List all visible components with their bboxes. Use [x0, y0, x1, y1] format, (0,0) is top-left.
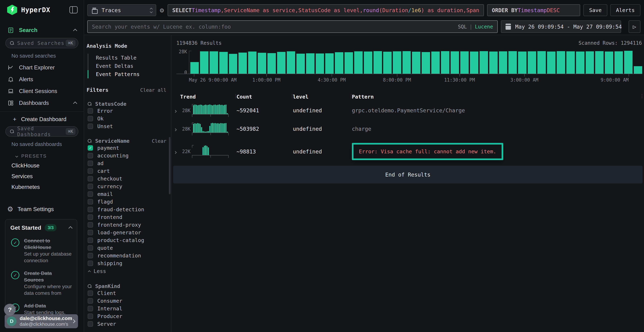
create-dashboard-button[interactable]: + Create Dashboard [0, 112, 84, 124]
filter-option[interactable]: frontend-proxy [86, 221, 168, 228]
checkbox[interactable]: ✓ [88, 145, 93, 150]
filter-option[interactable]: ad [86, 160, 168, 167]
column-header-pattern[interactable]: Pattern [352, 94, 644, 100]
column-drag-handle-icon[interactable]: ⋮ [234, 94, 238, 99]
saved-searches-input[interactable]: Saved Searches ⌘K [5, 38, 78, 48]
sql-select-editor[interactable]: SELECT Timestamp, ServiceName as service… [168, 4, 484, 16]
user-menu[interactable]: D dale@clickhouse.com dale@clickhouse.co… [5, 314, 78, 328]
column-header-trend[interactable]: Trend [180, 94, 236, 100]
analysis-mode-event-patterns[interactable]: Event Patterns [88, 70, 168, 78]
filter-option[interactable]: flagd [86, 198, 168, 206]
filter-option[interactable]: frontend [86, 213, 168, 221]
sidebar-collapse-icon[interactable] [70, 6, 78, 14]
chevron-up-icon[interactable] [73, 102, 77, 106]
filter-option[interactable]: quote [86, 244, 168, 252]
column-header-count[interactable]: Count [236, 94, 293, 100]
filter-option[interactable]: recommendation [86, 252, 168, 260]
filter-option[interactable]: product-catalog [86, 236, 168, 244]
order-by-editor[interactable]: ORDER BY Timestamp DESC [487, 4, 580, 16]
checkbox[interactable] [88, 184, 93, 189]
checkbox[interactable] [88, 108, 93, 114]
checkbox[interactable] [88, 222, 93, 228]
lucene-mode-link[interactable]: Lucene [475, 24, 493, 30]
filter-option[interactable]: Server [86, 320, 168, 328]
filter-option[interactable]: cart [86, 167, 168, 175]
checkbox[interactable] [88, 290, 93, 296]
checkbox[interactable] [88, 116, 93, 121]
chevron-up-icon[interactable] [73, 29, 77, 33]
date-range-picker[interactable]: May 26 09:09:54 - May 27 09:09:54 [501, 20, 621, 33]
checkbox[interactable] [88, 176, 93, 182]
sql-mode-link[interactable]: SQL [458, 24, 467, 30]
sidebar-item-search[interactable]: Search [0, 24, 84, 36]
checkbox[interactable] [88, 161, 93, 166]
checkbox[interactable] [88, 253, 93, 258]
preset-item-clickhouse[interactable]: ClickHouse [0, 160, 84, 171]
clear-filter-link[interactable]: Clear [152, 138, 168, 144]
highlighted-error-pattern[interactable]: Error: Visa cache full: cannot add new i… [352, 143, 503, 160]
table-row[interactable]: 28K~503982undefinedcharge [172, 120, 644, 138]
alerts-button[interactable]: Alerts [610, 4, 640, 16]
filter-option[interactable]: shipping [86, 260, 168, 267]
row-expand-chevron[interactable] [172, 148, 180, 155]
saved-dashboards-input[interactable]: Saved Dashboards ⌘K [5, 126, 78, 137]
checkbox[interactable] [88, 214, 93, 220]
filters-scrollbar[interactable] [169, 137, 170, 194]
checkbox[interactable] [88, 230, 93, 235]
filter-option[interactable]: Client [86, 289, 168, 297]
filter-option[interactable]: fraud-detection [86, 206, 168, 213]
checkbox[interactable] [88, 168, 93, 174]
sidebar-item-alerts[interactable]: Alerts [0, 74, 84, 85]
checkbox[interactable] [88, 192, 93, 197]
filter-option[interactable]: Ok [86, 115, 168, 122]
row-expand-chevron[interactable] [172, 107, 180, 114]
filter-option[interactable]: accounting [86, 152, 168, 160]
filter-option[interactable]: Internal [86, 305, 168, 312]
source-select[interactable]: Traces [87, 4, 156, 16]
presets-toggle[interactable]: PRESETS [0, 150, 84, 160]
column-drag-handle-icon[interactable]: ⋮ [349, 94, 354, 99]
results-histogram[interactable]: 28K 0 [189, 51, 642, 74]
run-query-button[interactable]: ▷ [628, 20, 640, 33]
checkbox[interactable] [88, 124, 93, 129]
sidebar-item-team-settings[interactable]: ⚙ Team Settings [0, 202, 84, 216]
show-less-toggle[interactable]: Less [86, 267, 168, 275]
get-started-item[interactable]: ✓Connect to ClickHouseSet up your databa… [10, 237, 72, 264]
search-icon[interactable] [88, 284, 92, 288]
analysis-mode-results-table[interactable]: Results Table [88, 54, 168, 62]
filter-option[interactable]: load-generator [86, 228, 168, 236]
filter-option[interactable]: Consumer [86, 297, 168, 305]
sidebar-item-client-sessions[interactable]: Client Sessions [0, 85, 84, 97]
get-started-item[interactable]: ✓Create Data SourcesConfigure where your… [10, 270, 72, 296]
filter-option[interactable]: ✓payment [86, 144, 168, 152]
checkbox[interactable] [88, 314, 93, 319]
filter-option[interactable]: Producer [86, 312, 168, 320]
column-drag-handle-icon[interactable]: ⋮ [290, 94, 294, 99]
filter-option[interactable]: email [86, 190, 168, 198]
search-input[interactable] [92, 24, 454, 30]
sidebar-item-chart-explorer[interactable]: Chart Explorer [0, 62, 84, 74]
table-row[interactable]: 22K~98813undefinedError: Visa cache full… [172, 138, 644, 165]
analysis-mode-event-deltas[interactable]: Event Deltas [88, 62, 168, 70]
filter-option[interactable]: currency [86, 182, 168, 190]
search-icon[interactable] [88, 102, 92, 106]
clear-all-link[interactable]: Clear all [140, 87, 168, 93]
row-expand-chevron[interactable] [172, 126, 180, 132]
filter-option[interactable]: Error [86, 107, 168, 115]
checkbox[interactable] [88, 321, 93, 327]
checkbox[interactable] [88, 245, 93, 250]
table-row[interactable]: 28K~592041undefinedgrpc.oteldemo.Payment… [172, 101, 644, 120]
filter-option[interactable]: checkout [86, 175, 168, 182]
source-settings-button[interactable]: ⚙ [156, 4, 168, 16]
sidebar-item-dashboards[interactable]: Dashboards [0, 97, 84, 109]
preset-item-services[interactable]: Services [0, 171, 84, 182]
checkbox[interactable] [88, 298, 93, 304]
filter-option[interactable]: Unset [86, 122, 168, 130]
checkbox[interactable] [88, 153, 93, 158]
save-button[interactable]: Save [583, 4, 607, 16]
checkbox[interactable] [88, 306, 93, 311]
chevron-up-icon[interactable] [68, 226, 73, 230]
help-button[interactable]: ? [4, 304, 16, 316]
checkbox[interactable] [88, 261, 93, 266]
checkbox[interactable] [88, 199, 93, 204]
